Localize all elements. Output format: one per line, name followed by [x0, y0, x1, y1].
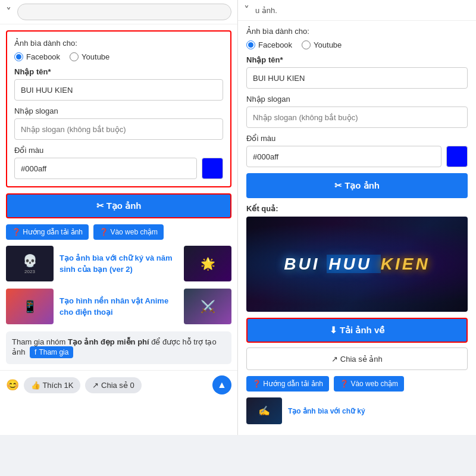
- right-action-buttons: ❓ Hướng dẫn tải ảnh ❓ Vào web chậm: [246, 376, 468, 392]
- chevron-back-icon-right[interactable]: ˅: [244, 4, 249, 17]
- color-label-right: Đổi màu: [246, 134, 468, 143]
- article-item-2: 📱 Tạo hình nền nhân vật Anime cho điện t…: [6, 289, 231, 324]
- promo-box-left: Tham gia nhóm Tạo ảnh đẹp miễn phí để đư…: [6, 331, 231, 364]
- color-row-right: [246, 146, 468, 167]
- form-title-right: Ảnh bìa dành cho:: [246, 27, 468, 36]
- article-thumb-2: 📱: [6, 289, 54, 324]
- right-article-item-1: ✍️ Tạo ảnh bìa với chữ ký: [246, 397, 468, 424]
- skull-icon: 💀: [23, 253, 37, 268]
- color-label-left: Đổi màu: [14, 146, 223, 155]
- radio-facebook-left[interactable]: Facebook: [14, 52, 60, 61]
- radio-youtube-input-left[interactable]: [70, 52, 79, 61]
- url-bar-left[interactable]: [17, 4, 231, 20]
- promo-bold-left: Tạo ảnh đẹp miễn phí: [68, 337, 149, 346]
- skull-label: 2023: [24, 269, 35, 274]
- radio-facebook-label-left: Facebook: [26, 52, 60, 61]
- article-link-2[interactable]: Tạo hình nền nhân vật Anime cho điện tho…: [60, 296, 168, 317]
- right-article-thumb-1: ✍️: [246, 397, 282, 424]
- right-top-bar: ˅ u ảnh.: [238, 0, 476, 21]
- right-article-icon-1: ✍️: [258, 405, 270, 416]
- left-top-bar: ˅: [0, 0, 237, 24]
- scroll-top-btn-left[interactable]: ▲: [212, 375, 231, 394]
- radio-youtube-right[interactable]: Youtube: [302, 40, 342, 49]
- radio-group-left: Facebook Youtube: [14, 52, 223, 61]
- result-text-part2: HUU: [327, 255, 380, 273]
- result-image: BUI HUU KIEN: [246, 217, 468, 312]
- slogan-label-left: Nhập slogan: [14, 107, 223, 115]
- color-input-left[interactable]: [14, 158, 197, 179]
- article-thumb-1: 💀 2023: [6, 246, 54, 281]
- article-thumb-1b: 🌟: [184, 246, 231, 281]
- right-panel: ˅ u ảnh. Ảnh bìa dành cho: Facebook Yout…: [238, 0, 476, 435]
- action-buttons-left: ❓ Hướng dẫn tải ảnh ❓ Vào web chậm: [0, 224, 237, 246]
- guide-btn-left[interactable]: ❓ Hướng dẫn tải ảnh: [6, 224, 89, 240]
- radio-facebook-label-right: Facebook: [258, 40, 292, 49]
- form-title-left: Ảnh bìa dành cho:: [14, 39, 223, 48]
- radio-youtube-label-right: Youtube: [314, 40, 342, 49]
- partial-text-right: u ảnh.: [255, 6, 277, 15]
- create-btn-left[interactable]: ✂ Tạo ảnh: [6, 193, 231, 218]
- slow-web-btn-right[interactable]: ❓ Vào web chậm: [334, 376, 404, 392]
- slogan-input-left[interactable]: [14, 118, 223, 140]
- create-btn-right[interactable]: ✂ Tạo ảnh: [246, 173, 468, 198]
- result-text-part1: BUI: [284, 255, 327, 273]
- share-btn-left[interactable]: ↗ Chia sẻ 0: [85, 377, 141, 393]
- radio-youtube-label-left: Youtube: [82, 52, 109, 61]
- radio-youtube-input-right[interactable]: [302, 40, 311, 49]
- article-text-1: Tạo ảnh bìa với chữ ký và năm sinh của b…: [60, 252, 178, 275]
- slow-web-btn-left[interactable]: ❓ Vào web chậm: [93, 224, 164, 240]
- emoji-btn-left[interactable]: 😊: [6, 378, 19, 392]
- article-thumb-icon-1b: 🌟: [201, 256, 215, 271]
- name-input-left[interactable]: [14, 79, 223, 101]
- tham-gia-btn-left[interactable]: f Tham gia: [30, 346, 73, 358]
- fb-icon: f: [35, 348, 36, 356]
- radio-facebook-right[interactable]: Facebook: [246, 40, 292, 49]
- form-section-left: Ảnh bìa dành cho: Facebook Youtube Nhập …: [6, 30, 231, 187]
- article-thumb-2b: ⚔️: [184, 289, 231, 324]
- color-input-right[interactable]: [246, 146, 441, 167]
- articles-left: 💀 2023 Tạo ảnh bìa với chữ ký và năm sin…: [0, 246, 237, 324]
- bottom-actions-left: 😊 👍 Thích 1K ↗ Chia sẻ 0 ▲: [0, 370, 237, 399]
- name-label-right: Nhập tên*: [246, 55, 468, 64]
- chevron-back-icon[interactable]: ˅: [6, 5, 11, 18]
- article-item-1: 💀 2023 Tạo ảnh bìa với chữ ký và năm sin…: [6, 246, 231, 281]
- slogan-input-right[interactable]: [246, 107, 468, 128]
- name-label-left: Nhập tên*: [14, 67, 223, 76]
- color-row-left: [14, 158, 223, 179]
- slogan-label-right: Nhập slogan: [246, 95, 468, 104]
- name-input-right[interactable]: [246, 67, 468, 89]
- color-swatch-right[interactable]: [446, 146, 468, 167]
- article-link-1[interactable]: Tạo ảnh bìa với chữ ký và năm sinh của b…: [60, 253, 173, 274]
- tham-gia-label: Tham gia: [39, 348, 68, 356]
- download-btn[interactable]: ⬇ Tải ảnh về: [246, 318, 468, 343]
- left-panel: ˅ Ảnh bìa dành cho: Facebook Youtube Nhậ…: [0, 0, 238, 435]
- right-articles: ✍️ Tạo ảnh bìa với chữ ký: [246, 397, 468, 424]
- radio-facebook-input-left[interactable]: [14, 52, 23, 61]
- like-btn-left[interactable]: 👍 Thích 1K: [24, 377, 80, 393]
- article-thumb-icon-2b: ⚔️: [201, 299, 215, 314]
- result-label: Kết quả:: [246, 204, 468, 213]
- radio-group-right: Facebook Youtube: [246, 40, 468, 49]
- radio-facebook-input-right[interactable]: [246, 40, 255, 49]
- result-image-text: BUI HUU KIEN: [284, 255, 430, 274]
- right-content: Ảnh bìa dành cho: Facebook Youtube Nhập …: [238, 21, 476, 435]
- promo-text-left: Tham gia nhóm: [12, 337, 68, 346]
- article-text-2: Tạo hình nền nhân vật Anime cho điện tho…: [60, 295, 178, 318]
- share-img-btn[interactable]: ↗ Chia sẻ ảnh: [246, 347, 468, 370]
- color-swatch-left[interactable]: [202, 158, 223, 179]
- phone-icon: 📱: [23, 299, 37, 314]
- result-text-part3: KIEN: [381, 255, 430, 273]
- right-article-link-1[interactable]: Tạo ảnh bìa với chữ ký: [288, 407, 365, 415]
- guide-btn-right[interactable]: ❓ Hướng dẫn tải ảnh: [246, 376, 329, 392]
- radio-youtube-left[interactable]: Youtube: [70, 52, 109, 61]
